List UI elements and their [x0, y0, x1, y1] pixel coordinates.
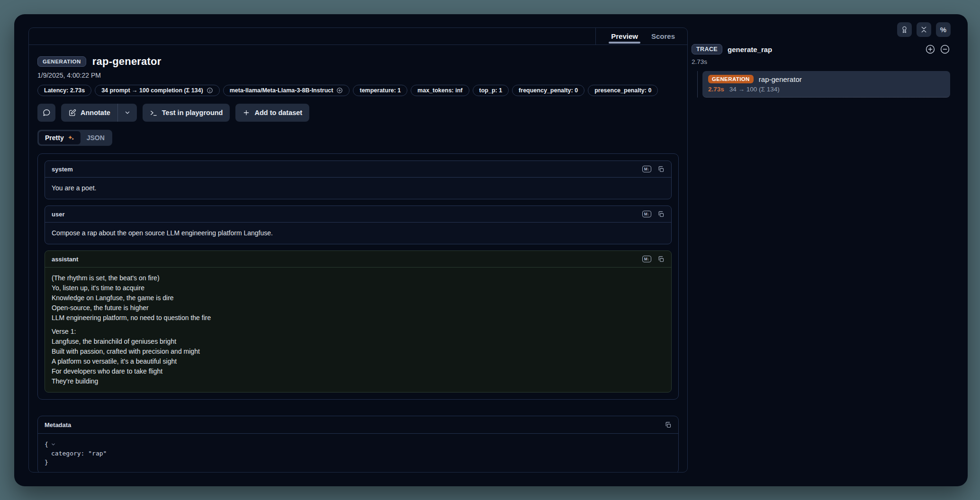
annotate-dropdown-button[interactable]: [118, 104, 137, 122]
plus-icon: [243, 109, 250, 116]
node-token-usage: 34 → 100 (Σ 134): [729, 86, 780, 93]
panel-body: GENERATION rap-generator 1/9/2025, 4:00:…: [29, 45, 687, 472]
tab-preview[interactable]: Preview: [611, 28, 638, 45]
message-header-icons: M↓: [642, 166, 665, 173]
node-name: rap-generator: [759, 75, 802, 83]
action-buttons: Annotate: [37, 104, 679, 122]
copy-icon[interactable]: [665, 421, 672, 429]
generation-node-selected[interactable]: GENERATION rap-generator 2.73s 34 → 100 …: [702, 71, 950, 98]
info-icon[interactable]: [207, 87, 213, 94]
collapse-vertical-icon: [920, 26, 928, 34]
pretty-label: Pretty: [45, 134, 64, 142]
test-in-playground-button[interactable]: Test in playground: [143, 104, 230, 122]
comment-button[interactable]: [37, 104, 55, 122]
metadata-card: Metadata {: [37, 416, 679, 472]
add-to-dataset-button[interactable]: Add to dataset: [235, 104, 309, 122]
close-brace: }: [45, 458, 48, 467]
toggle-json[interactable]: JSON: [81, 131, 111, 144]
chevron-down-icon: [124, 109, 131, 116]
top-p-label: top_p: 1: [479, 87, 503, 94]
app-window: % Preview Scores GENERATION rap-generat: [14, 14, 968, 486]
annotate-button[interactable]: Annotate: [61, 104, 117, 122]
message-assistant: assistant M↓ (The rhy: [45, 250, 672, 393]
markdown-toggle-icon[interactable]: M↓: [642, 211, 651, 217]
playground-button-label: Test in playground: [162, 109, 223, 116]
comment-bubble-icon: [42, 108, 51, 117]
latency-badge: Latency: 2.73s: [37, 85, 91, 96]
model-badge: meta-llama/Meta-Llama-3-8B-Instruct: [223, 85, 350, 96]
plus-circle-icon: [925, 44, 935, 54]
annotate-award-button[interactable]: [897, 22, 912, 37]
trace-latency: 2.73s: [692, 58, 957, 65]
page-title: rap-generator: [92, 55, 162, 68]
token-usage-label: 34 prompt → 100 completion (Σ 134): [101, 87, 203, 94]
markdown-toggle-icon[interactable]: M↓: [642, 166, 651, 172]
percent-icon: %: [940, 26, 946, 34]
message-assistant-body: (The rhythm is set, the beat's on fire) …: [45, 268, 671, 392]
json-entry: category: "rap": [51, 449, 107, 458]
collapse-all-button[interactable]: [940, 44, 950, 54]
role-label: system: [52, 166, 73, 173]
terminal-icon: [150, 109, 158, 117]
message-system: system M↓ You are a p: [45, 161, 672, 199]
temperature-badge: temperature: 1: [353, 85, 407, 96]
presence-penalty-badge: presence_penalty: 0: [588, 85, 658, 96]
message-text: Verse 1: Langfuse, the brainchild of gen…: [52, 327, 665, 386]
message-user-header: user M↓: [45, 206, 671, 223]
edit-pencil-icon: [68, 109, 76, 117]
copy-icon[interactable]: [657, 256, 665, 263]
message-text: You are a poet.: [52, 183, 665, 193]
trace-root-row[interactable]: TRACE generate_rap: [692, 44, 957, 54]
message-assistant-header: assistant M↓: [45, 251, 671, 268]
node-title-row: GENERATION rap-generator: [708, 75, 944, 83]
collapse-json-icon[interactable]: [51, 442, 56, 447]
observation-timestamp: 1/9/2025, 4:00:22 PM: [37, 71, 679, 79]
trace-tree: GENERATION rap-generator 2.73s 34 → 100 …: [692, 71, 957, 98]
json-entry-line: category: "rap": [45, 449, 672, 458]
desktop-background: % Preview Scores GENERATION rap-generat: [0, 0, 980, 500]
minus-circle-icon: [940, 44, 950, 54]
json-open-line: {: [45, 440, 672, 449]
collapse-panel-button[interactable]: [917, 22, 931, 37]
max-tokens-badge: max_tokens: inf: [411, 85, 469, 96]
json-label: JSON: [87, 134, 105, 142]
trace-name: generate_rap: [728, 45, 772, 54]
expand-all-button[interactable]: [925, 44, 935, 54]
plus-circle-icon[interactable]: [336, 87, 343, 94]
metadata-title: Metadata: [45, 421, 71, 429]
attribute-badges: Latency: 2.73s 34 prompt → 100 completio…: [37, 85, 679, 96]
award-icon: [900, 26, 908, 34]
metadata-json: { category: "rap" }: [38, 434, 678, 472]
markdown-toggle-icon[interactable]: M↓: [642, 256, 651, 262]
message-system-body: You are a poet.: [45, 178, 671, 199]
message-header-icons: M↓: [642, 211, 665, 218]
max-tokens-label: max_tokens: inf: [417, 87, 462, 94]
frequency-penalty-badge: frequency_penalty: 0: [512, 85, 584, 96]
percent-view-button[interactable]: %: [936, 22, 951, 37]
window-actions: %: [897, 22, 951, 37]
tab-bar: Preview Scores: [595, 28, 687, 45]
generation-type-badge: GENERATION: [708, 75, 754, 83]
tab-scores[interactable]: Scores: [651, 28, 675, 45]
copy-icon[interactable]: [657, 211, 665, 218]
trace-type-badge: TRACE: [692, 44, 722, 54]
frequency-penalty-label: frequency_penalty: 0: [519, 87, 578, 94]
tree-expand-controls: [925, 44, 957, 54]
message-user-body: Compose a rap about the open source LLM …: [45, 223, 671, 244]
temperature-label: temperature: 1: [360, 87, 401, 94]
message-text: (The rhythm is set, the beat's on fire) …: [52, 273, 665, 323]
annotate-button-label: Annotate: [81, 109, 110, 116]
message-text: Compose a rap about the open source LLM …: [52, 228, 665, 238]
node-latency: 2.73s: [708, 86, 724, 93]
sparkles-icon: ✦✦: [67, 134, 74, 142]
copy-icon[interactable]: [657, 166, 665, 173]
open-brace: {: [45, 440, 48, 449]
trace-tree-sidebar: TRACE generate_rap: [692, 44, 957, 98]
tab-preview-label: Preview: [611, 32, 638, 40]
toggle-pretty[interactable]: Pretty ✦✦: [39, 131, 81, 144]
role-label: assistant: [52, 256, 78, 263]
role-label: user: [52, 211, 64, 218]
message-header-icons: M↓: [642, 256, 665, 263]
view-toggle: Pretty ✦✦ JSON: [37, 130, 112, 146]
dataset-button-label: Add to dataset: [254, 109, 302, 116]
